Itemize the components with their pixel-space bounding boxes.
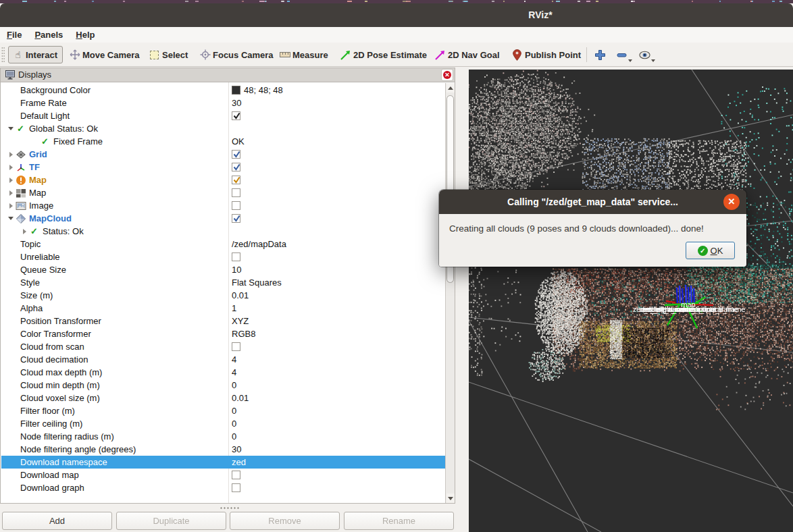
tree-row-style[interactable]: StyleFlat Squares bbox=[1, 276, 445, 289]
tree-row-cloud-voxel-size-m-[interactable]: Cloud voxel size (m)0.01 bbox=[1, 392, 445, 404]
checkbox[interactable] bbox=[232, 342, 240, 351]
scroll-down-button[interactable] bbox=[446, 494, 455, 503]
property-value[interactable]: 30 bbox=[232, 97, 241, 109]
tree-row-cloud-decimation[interactable]: Cloud decimation4 bbox=[1, 353, 445, 366]
property-value[interactable]: 0 bbox=[232, 379, 236, 392]
displays-panel-header[interactable]: Displays bbox=[0, 68, 455, 82]
dropdown-arrow-icon[interactable] bbox=[651, 59, 655, 62]
panel-close-button[interactable]: ✕ bbox=[441, 69, 453, 81]
tree-row-download-namespace[interactable]: Download namespacezed bbox=[1, 456, 445, 469]
expand-icon[interactable] bbox=[7, 165, 15, 170]
checkbox[interactable] bbox=[232, 163, 240, 171]
tree-row-position-transformer[interactable]: Position TransformerXYZ bbox=[1, 315, 445, 327]
tree-row-color-transformer[interactable]: Color TransformerRGB8 bbox=[1, 327, 445, 340]
tool-measure[interactable]: Measure bbox=[279, 46, 328, 63]
add-display-button[interactable] bbox=[594, 46, 606, 63]
tool-2d-nav-goal[interactable]: 2D Nav Goal bbox=[434, 46, 500, 63]
tree-row-map[interactable]: Map bbox=[1, 186, 445, 199]
tree-row-cloud-min-depth-m-[interactable]: Cloud min depth (m)0 bbox=[1, 379, 445, 392]
property-value[interactable]: 0 bbox=[232, 404, 236, 417]
property-value[interactable]: XYZ bbox=[232, 315, 249, 327]
checkbox[interactable] bbox=[232, 214, 240, 223]
checkbox[interactable] bbox=[232, 176, 240, 184]
window-titlebar[interactable]: RViz* bbox=[0, 3, 793, 27]
color-swatch[interactable] bbox=[232, 86, 240, 95]
property-value[interactable]: RGB8 bbox=[232, 327, 255, 340]
visibility-button[interactable] bbox=[639, 46, 650, 63]
add-button[interactable]: Add bbox=[2, 512, 112, 530]
tree-row-topic[interactable]: Topic/zed/mapData bbox=[1, 238, 445, 250]
tree-row-tf[interactable]: TF bbox=[1, 161, 445, 174]
scroll-up-button[interactable] bbox=[446, 83, 455, 92]
checkbox[interactable] bbox=[232, 201, 240, 210]
property-value[interactable]: 0.01 bbox=[232, 289, 249, 302]
tree-scrollbar[interactable] bbox=[445, 83, 455, 503]
tool-interact[interactable]: ☝Interact bbox=[8, 46, 63, 63]
expand-icon[interactable] bbox=[7, 190, 15, 196]
expand-icon[interactable] bbox=[7, 178, 15, 183]
tree-row-status-ok[interactable]: ✓Status: Ok bbox=[1, 225, 445, 238]
tree-row-cloud-max-depth-m-[interactable]: Cloud max depth (m)4 bbox=[1, 366, 445, 379]
tool-focus-camera[interactable]: Focus Camera bbox=[199, 46, 274, 63]
expand-icon[interactable] bbox=[20, 229, 28, 234]
property-value[interactable]: Flat Squares bbox=[232, 276, 282, 289]
tree-row-default-light[interactable]: Default Light bbox=[1, 109, 445, 122]
checkbox[interactable] bbox=[232, 150, 240, 159]
checkbox[interactable] bbox=[232, 471, 240, 479]
rename-button[interactable]: Rename bbox=[344, 512, 454, 530]
tree-row-node-filtering-angle-degrees-[interactable]: Node filtering angle (degrees)30 bbox=[1, 443, 445, 456]
tree-row-queue-size[interactable]: Queue Size10 bbox=[1, 263, 445, 276]
property-value[interactable]: 0.01 bbox=[232, 392, 249, 404]
tree-row-cloud-from-scan[interactable]: Cloud from scan bbox=[1, 340, 445, 353]
tree-row-image[interactable]: Image bbox=[1, 199, 445, 212]
property-value[interactable]: zed bbox=[232, 456, 246, 469]
tree-row-filter-floor-m-[interactable]: Filter floor (m)0 bbox=[1, 404, 445, 417]
property-value[interactable]: OK bbox=[232, 135, 245, 148]
tree-row-map[interactable]: Map bbox=[1, 174, 445, 186]
expand-icon[interactable] bbox=[7, 203, 15, 209]
toolbar-drag-handle[interactable] bbox=[1, 47, 5, 63]
splitter-handle[interactable] bbox=[220, 507, 240, 509]
tool-2d-pose-estimate[interactable]: 2D Pose Estimate bbox=[340, 46, 427, 63]
collapse-icon[interactable] bbox=[7, 127, 15, 130]
checkbox[interactable] bbox=[232, 483, 240, 492]
property-value[interactable]: 10 bbox=[232, 263, 241, 276]
property-value[interactable]: 4 bbox=[232, 353, 236, 366]
tree-row-grid[interactable]: Grid bbox=[1, 148, 445, 161]
remove-button[interactable]: Remove bbox=[230, 512, 340, 530]
menu-help[interactable]: Help bbox=[70, 27, 101, 43]
tree-row-background-color[interactable]: Background Color48; 48; 48 bbox=[1, 84, 445, 97]
tree-row-global-status-ok[interactable]: ✓Global Status: Ok bbox=[1, 122, 445, 135]
checkbox[interactable] bbox=[232, 252, 240, 261]
dialog-close-button[interactable]: ✕ bbox=[723, 194, 740, 210]
tool-move-camera[interactable]: Move Camera bbox=[69, 46, 140, 63]
property-value[interactable]: /zed/mapData bbox=[232, 238, 286, 250]
property-value[interactable]: 1 bbox=[232, 302, 236, 315]
tree-row-node-filtering-radius-m-[interactable]: Node filtering radius (m)0 bbox=[1, 430, 445, 443]
tree-row-alpha[interactable]: Alpha1 bbox=[1, 302, 445, 315]
tree-row-mapcloud[interactable]: MapCloud bbox=[1, 212, 445, 225]
checkbox[interactable] bbox=[232, 111, 240, 120]
dialog-titlebar[interactable]: Calling "/zed/get_map_data" service... bbox=[439, 190, 746, 214]
collapse-icon[interactable] bbox=[7, 217, 15, 220]
duplicate-button[interactable]: Duplicate bbox=[116, 512, 226, 530]
tool-select[interactable]: Select bbox=[149, 46, 188, 63]
tree-row-download-map[interactable]: Download map bbox=[1, 469, 445, 481]
remove-display-button[interactable] bbox=[616, 46, 628, 63]
tree-row-filter-ceiling-m-[interactable]: Filter ceiling (m)0 bbox=[1, 417, 445, 430]
property-value[interactable]: 4 bbox=[232, 366, 236, 379]
property-value[interactable]: 0 bbox=[232, 417, 236, 430]
tree-row-download-graph[interactable]: Download graph bbox=[1, 481, 445, 494]
render-viewport[interactable]: zed_camera_centerzed_left_camera_frameze… bbox=[469, 70, 793, 532]
menu-file[interactable]: File bbox=[1, 27, 28, 43]
property-value[interactable]: 0 bbox=[232, 430, 236, 443]
dropdown-arrow-icon[interactable] bbox=[628, 59, 632, 62]
tree-row-frame-rate[interactable]: Frame Rate30 bbox=[1, 97, 445, 109]
expand-icon[interactable] bbox=[7, 152, 15, 157]
property-value[interactable]: 30 bbox=[232, 443, 241, 456]
tree-row-unreliable[interactable]: Unreliable bbox=[1, 250, 445, 263]
checkbox[interactable] bbox=[232, 188, 240, 197]
tree-row-fixed-frame[interactable]: ✓Fixed FrameOK bbox=[1, 135, 445, 148]
dialog-ok-button[interactable]: ✓ OK bbox=[686, 242, 735, 259]
menu-panels[interactable]: Panels bbox=[28, 27, 69, 43]
